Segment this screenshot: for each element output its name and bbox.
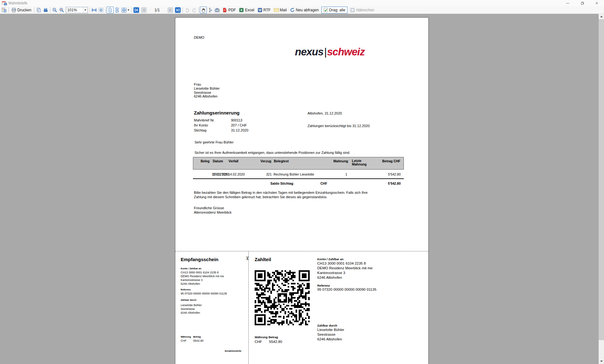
payment-account-line: DEMO Residenz Meerblick mit me bbox=[317, 266, 373, 271]
zoom-out-button[interactable] bbox=[51, 7, 58, 14]
payment-title: Zahlteil bbox=[255, 257, 271, 262]
fit-page-button[interactable] bbox=[98, 7, 104, 14]
drag-all-toggle[interactable]: Drag: alle bbox=[321, 7, 347, 14]
camera-icon bbox=[215, 8, 220, 13]
fit-page-icon bbox=[99, 8, 104, 13]
pdf-icon bbox=[222, 8, 227, 13]
continuous-view-button[interactable] bbox=[114, 7, 121, 14]
cancel-label: Abbrechen bbox=[356, 8, 374, 12]
checkbox-checked-icon bbox=[324, 8, 328, 12]
print-button[interactable]: Drucken bbox=[10, 7, 33, 14]
document-page: DEMO nexus|schweiz Frau Lieselotte Bühle… bbox=[175, 17, 429, 364]
window-title: Mahnbriefe bbox=[8, 1, 27, 5]
snapshot-button[interactable] bbox=[214, 7, 221, 14]
meta-label: Ihr Konto bbox=[194, 123, 208, 127]
col-header-letzte-mahnung: Letzte Mahnung bbox=[352, 159, 371, 166]
single-page-view-button[interactable] bbox=[107, 7, 114, 14]
next-page-button[interactable] bbox=[167, 7, 174, 14]
payment-payable-line: 6246 Altishofen bbox=[317, 337, 344, 342]
closing-block: Freundliche Grüsse Altersresidenz Meerbl… bbox=[194, 206, 232, 215]
arrow-down-icon bbox=[600, 361, 603, 362]
meta-value: 207 / CHF bbox=[231, 123, 247, 127]
payment-amount-label: Betrag bbox=[268, 335, 278, 339]
recipient-line: Frau bbox=[194, 82, 220, 87]
redo-view-button[interactable] bbox=[191, 7, 198, 14]
payment-payable-label: Zahlbar durch bbox=[317, 324, 337, 327]
export-rtf-button[interactable]: W RTF bbox=[256, 7, 272, 14]
salutation: Sehr geehrte Frau Bühler bbox=[195, 140, 234, 144]
first-page-button[interactable] bbox=[133, 7, 140, 14]
cell-verfall: 14.02.2020 bbox=[228, 172, 245, 176]
closing-line: Freundliche Grüsse bbox=[194, 206, 232, 210]
hand-tool-button[interactable] bbox=[200, 7, 207, 14]
hand-icon bbox=[201, 8, 206, 13]
receipt-title: Empfangsschein bbox=[181, 257, 218, 262]
col-header-verzug: Verzug bbox=[261, 159, 271, 163]
zoom-level-combo[interactable]: 101% bbox=[66, 7, 88, 13]
multi-page-caret[interactable] bbox=[127, 9, 129, 11]
refresh-query-label: Neu abfragen bbox=[296, 8, 319, 12]
receipt-payable-block: Lieselotte Bühler Seestrasse 6246 Altish… bbox=[181, 303, 202, 315]
col-header-mahnung: Mahnung bbox=[333, 159, 348, 163]
summary-amount: 5'542.80 bbox=[388, 182, 401, 185]
zoom-combo-arrow[interactable] bbox=[83, 7, 87, 13]
app-icon bbox=[2, 1, 7, 5]
cancel-button[interactable]: Abbrechen bbox=[348, 7, 376, 14]
app-window: Mahnbriefe × bbox=[0, 0, 604, 364]
receipt-payable-line: Seestrasse bbox=[181, 307, 202, 311]
payment-account-line: Kantonsstrasse 3 bbox=[317, 271, 373, 275]
body-paragraph: Bitte bezahlen Sie den fälligen Betrag i… bbox=[194, 190, 373, 199]
payment-amount: 5542.80 bbox=[269, 339, 282, 344]
payment-payable-block: Lieselotte Bühler Seestrasse 6246 Altish… bbox=[317, 328, 344, 342]
close-button[interactable]: × bbox=[590, 0, 604, 6]
window-titlebar: Mahnbriefe × bbox=[0, 0, 604, 6]
receipt-currency-label: Währung bbox=[181, 335, 191, 338]
scroll-up-button[interactable] bbox=[599, 14, 604, 19]
scroll-down-button[interactable] bbox=[599, 359, 604, 364]
cell-betrag: 5'542.80 bbox=[388, 172, 401, 176]
undo-view-button[interactable] bbox=[184, 7, 191, 14]
payment-account-line: CH13 3000 0001 6104 2235 8 bbox=[317, 261, 373, 266]
export-excel-button[interactable]: Excel bbox=[237, 7, 256, 14]
payment-reference: 95 07320 00000 00000 00090 01135 bbox=[317, 287, 376, 292]
fit-width-icon bbox=[92, 8, 97, 13]
payment-currency: CHF bbox=[255, 339, 262, 344]
restore-button[interactable] bbox=[575, 0, 590, 6]
recipient-line: 6246 Altishofen bbox=[194, 94, 220, 98]
fit-width-button[interactable] bbox=[91, 7, 98, 14]
col-header-beleg: Beleg bbox=[200, 159, 210, 163]
refresh-query-button[interactable]: Neu abfragen bbox=[288, 7, 320, 14]
text-select-button[interactable] bbox=[207, 7, 214, 14]
logo-name: nexus bbox=[295, 46, 323, 58]
receipt-acceptance-label: Annahmestelle bbox=[181, 350, 241, 352]
scroll-thumb[interactable] bbox=[599, 19, 604, 340]
vertical-scrollbar[interactable] bbox=[599, 14, 604, 364]
separator bbox=[8, 7, 9, 13]
meta-label: Mahnbrief Nr. bbox=[194, 118, 215, 122]
col-header-belegtext: Belegtext bbox=[274, 159, 289, 163]
binoculars-icon bbox=[43, 8, 48, 13]
copy-button[interactable] bbox=[35, 7, 42, 14]
receipt-account-line: Kantonsstrasse 3 bbox=[181, 278, 224, 282]
rtf-icon: W bbox=[257, 8, 262, 13]
zoom-in-button[interactable] bbox=[58, 7, 65, 14]
text-select-icon bbox=[208, 8, 213, 13]
mail-icon bbox=[274, 8, 279, 13]
export-pdf-button[interactable]: PDF bbox=[221, 7, 237, 14]
receipt-reference-label: Referenz bbox=[181, 288, 191, 291]
mail-button[interactable]: Mail bbox=[272, 7, 288, 14]
printer-icon bbox=[11, 8, 16, 13]
last-page-button[interactable] bbox=[174, 7, 182, 14]
svg-text:W: W bbox=[258, 8, 262, 12]
multi-page-view-button[interactable] bbox=[121, 7, 130, 14]
prev-page-button[interactable] bbox=[140, 7, 148, 14]
page-setup-button[interactable] bbox=[1, 7, 8, 14]
cell-verzug: 321 bbox=[266, 172, 272, 176]
minimize-button[interactable] bbox=[561, 0, 575, 6]
find-button[interactable] bbox=[42, 7, 49, 14]
summary-currency: CHF bbox=[320, 182, 327, 185]
receipt-amount: 5542.80 bbox=[193, 339, 204, 343]
receipt-account-label: Konto / Zahlbar an bbox=[181, 267, 201, 270]
multi-page-view-icon bbox=[121, 8, 127, 13]
separator bbox=[50, 7, 50, 13]
